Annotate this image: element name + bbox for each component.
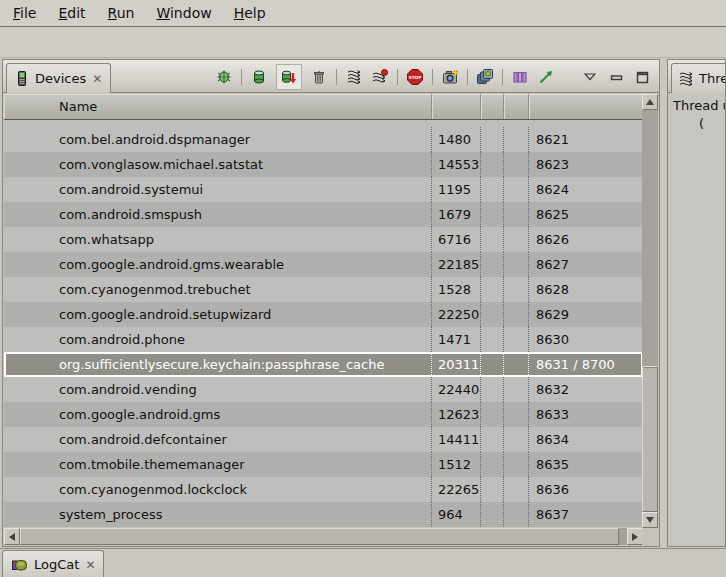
cell-empty [504,477,529,502]
cell-pid: 1679 [432,202,481,227]
cell-name: com.google.android.gms.wearable [4,252,432,277]
tab-logcat[interactable]: LogCat ✕ [2,550,104,577]
cell-name: com.google.android.gms [4,402,432,427]
menu-help[interactable]: Help [223,2,277,24]
cell-empty [504,202,529,227]
scroll-down-button[interactable] [642,512,658,528]
menu-file[interactable]: File [2,2,47,24]
opengl-trace-icon[interactable] [537,68,555,86]
threads-view: Threads Thread up ( [667,59,726,547]
table-row[interactable]: com.google.android.gms126238633 [4,402,643,427]
cell-empty [481,227,504,252]
table-row[interactable]: com.cyanogenmod.trebuchet15288628 [4,277,643,302]
menu-window[interactable]: Window [145,2,222,24]
menu-edit[interactable]: Edit [47,2,96,24]
cell-port: 8626 [529,227,643,252]
cell-empty [504,502,529,527]
cell-empty [504,177,529,202]
threads-tabbar: Threads [668,60,725,93]
scroll-right-button[interactable] [627,528,643,545]
tab-devices-close-icon[interactable]: ✕ [92,73,102,85]
table-row[interactable]: com.bel.android.dspmanager14808621 [4,127,643,152]
scroll-left-button[interactable] [4,528,20,545]
maximize-icon[interactable] [633,68,651,86]
table-body: com.bel.android.dspmanager14808621com.vo… [4,127,643,527]
cell-empty [504,302,529,327]
systrace-icon[interactable] [511,68,529,86]
tab-logcat-close-icon[interactable]: ✕ [85,559,95,571]
cell-port: 8635 [529,452,643,477]
cell-empty [481,127,504,152]
column-header-port[interactable] [529,94,643,119]
debug-process-icon[interactable] [215,68,233,86]
column-header-pid[interactable] [432,94,481,119]
cell-port: 8632 [529,377,643,402]
cell-port: 8633 [529,402,643,427]
table-row[interactable]: com.tmobile.thememanager15128635 [4,452,643,477]
stop-process-icon[interactable]: STOP [406,68,424,86]
table-header: Name [4,94,643,120]
table-row[interactable]: org.sufficientlysecure.keychain:passphra… [4,352,643,377]
table-row[interactable]: com.google.android.setupwizard222508629 [4,302,643,327]
cell-empty [481,502,504,527]
tab-devices[interactable]: Devices ✕ [6,63,111,93]
screen-capture-icon[interactable] [441,68,459,86]
cell-empty [481,302,504,327]
method-profiling-icon[interactable] [371,68,389,86]
left-arrow-icon [9,533,15,541]
cell-empty [481,202,504,227]
horizontal-scrollbar-thumb[interactable] [20,528,619,545]
toolbar-separator [467,69,468,85]
cell-empty [481,152,504,177]
cause-gc-icon[interactable] [310,68,328,86]
table-row[interactable]: com.android.smspush16798625 [4,202,643,227]
cell-empty [481,452,504,477]
table-row[interactable]: com.android.phone14718630 [4,327,643,352]
main-toolbar [0,28,726,58]
cell-empty [504,377,529,402]
cell-empty [504,427,529,452]
table-row[interactable]: system_process9648637 [4,502,643,527]
table-row[interactable]: com.whatsapp67168626 [4,227,643,252]
cell-name: com.android.phone [4,327,432,352]
cell-name: com.android.defcontainer [4,427,432,452]
horizontal-scrollbar[interactable] [4,528,643,545]
tab-threads[interactable]: Threads [671,63,726,93]
tab-devices-label: Devices [35,71,86,86]
scroll-up-button[interactable] [642,94,658,110]
table-row[interactable]: com.android.vending224408632 [4,377,643,402]
minimize-icon[interactable] [607,68,625,86]
tab-logcat-label: LogCat [34,557,79,572]
cell-name: com.android.systemui [4,177,432,202]
dump-hprof-icon[interactable] [276,64,302,90]
column-header-2[interactable] [481,94,504,119]
update-threads-icon[interactable] [345,68,363,86]
table-row[interactable]: com.android.defcontainer144118634 [4,427,643,452]
update-heap-icon[interactable] [250,68,268,86]
view-menu-icon[interactable] [581,68,599,86]
cell-name: com.bel.android.dspmanager [4,127,432,152]
cell-empty [504,452,529,477]
vertical-scrollbar[interactable] [642,94,658,528]
table-row[interactable]: com.cyanogenmod.lockclock222658636 [4,477,643,502]
up-arrow-icon [646,99,654,105]
menu-run[interactable]: Run [97,2,146,24]
cell-empty [481,427,504,452]
table-row[interactable]: com.google.android.gms.wearable221858627 [4,252,643,277]
cell-empty [481,377,504,402]
table-row[interactable]: com.android.systemui11958624 [4,177,643,202]
cell-name: com.cyanogenmod.trebuchet [4,277,432,302]
cell-pid: 20311 [432,352,481,377]
column-header-3[interactable] [504,94,529,119]
ddms-window: { "window": { "menu_items": [ {"mnemonic… [0,0,726,577]
cell-empty [481,177,504,202]
cell-port: 8629 [529,302,643,327]
cell-pid: 1195 [432,177,481,202]
table-row[interactable]: com.vonglasow.michael.satstat145538623 [4,152,643,177]
phone-icon [15,71,29,87]
vertical-scrollbar-thumb[interactable] [642,366,658,512]
cell-port: 8628 [529,277,643,302]
toolbar-separator [432,69,433,85]
view-hierarchy-icon[interactable] [476,68,494,86]
column-header-name[interactable]: Name [4,94,432,119]
